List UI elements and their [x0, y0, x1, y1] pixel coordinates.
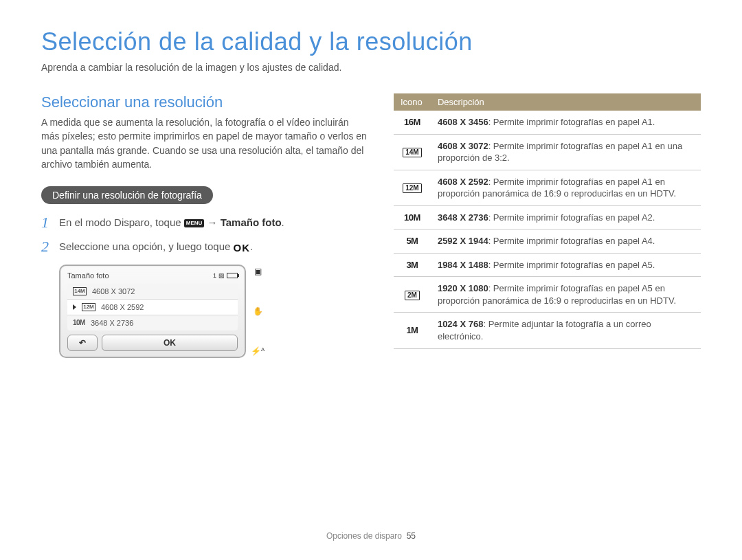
page-intro: Aprenda a cambiar la resolución de la im…	[41, 62, 701, 73]
table-row: 16M4608 X 3456: Permite imprimir fotogra…	[394, 111, 701, 134]
step2-end: .	[250, 240, 253, 252]
footer-section: Opciones de disparo	[326, 531, 402, 541]
resolution-description: : Permite imprimir fotografías en papel …	[488, 260, 655, 270]
resolution-table: Icono Descripción 16M4608 X 3456: Permit…	[394, 93, 701, 349]
resolution-description: : Permite imprimir fotografías en papel …	[488, 236, 655, 246]
table-row: 2M1920 X 1080: Permite imprimir fotograf…	[394, 277, 701, 313]
ok-icon: OK	[234, 240, 251, 255]
table-head-desc: Descripción	[431, 93, 701, 111]
resolution-dimensions: 2592 X 1944	[438, 236, 488, 246]
section-heading: Seleccionar una resolución	[41, 93, 369, 111]
resolution-icon: 14M	[73, 287, 87, 295]
step-1: En el modo Disparo, toque MENU → Tamaño …	[41, 215, 369, 229]
camera-title: Tamaño foto	[67, 271, 109, 280]
camera-option-label: 3648 X 2736	[91, 319, 133, 327]
resolution-dimensions: 4608 X 3456	[438, 117, 488, 127]
camera-count: 1	[213, 272, 216, 279]
table-head-icon: Icono	[394, 93, 431, 111]
table-desc-cell: 1024 X 768: Permite adjuntar la fotograf…	[431, 313, 701, 348]
camera-screen-mock: Tamaño foto 1 ▧ 14M 4608 X 3072	[59, 265, 265, 358]
table-row: 3M1984 X 1488: Permite imprimir fotograf…	[394, 253, 701, 277]
resolution-box-icon: 14M	[403, 148, 421, 157]
table-icon-cell: 2M	[394, 277, 431, 313]
resolution-icon: 12M	[82, 303, 95, 311]
resolution-dimensions: 4608 X 3072	[438, 141, 488, 151]
resolution-dimensions: 1984 X 1488	[438, 260, 488, 270]
resolution-text-icon: 10M	[404, 212, 420, 223]
camera-option-row[interactable]: 10M 3648 X 2736	[67, 315, 238, 331]
step1-end: .	[282, 216, 284, 228]
battery-icon	[227, 273, 238, 278]
table-icon-cell: 14M	[394, 134, 431, 170]
subsection-pill: Definir una resolución de fotografía	[41, 186, 213, 204]
camera-option-list: 14M 4608 X 3072 12M 4608 X 2592 10M 3648…	[67, 284, 238, 331]
table-icon-cell: 12M	[394, 170, 431, 205]
table-row: 10M3648 X 2736: Permite imprimir fotogra…	[394, 205, 701, 229]
camera-option-row[interactable]: 12M 4608 X 2592	[67, 300, 238, 315]
selected-caret-icon	[73, 304, 76, 310]
resolution-box-icon: 12M	[403, 183, 421, 193]
footer-page-number: 55	[407, 531, 416, 541]
resolution-dimensions: 1920 X 1080	[438, 283, 488, 293]
table-desc-cell: 4608 X 2592: Permite imprimir fotografía…	[431, 170, 701, 205]
resolution-dimensions: 3648 X 2736	[438, 212, 488, 223]
table-icon-cell: 3M	[394, 253, 431, 277]
table-desc-cell: 4608 X 3072: Permite imprimir fotografía…	[431, 134, 701, 170]
table-desc-cell: 2592 X 1944: Permite imprimir fotografía…	[431, 229, 701, 254]
step1-text-a: En el modo Disparo, toque	[59, 216, 184, 228]
menu-icon: MENU	[184, 219, 205, 227]
camera-option-label: 4608 X 3072	[92, 287, 135, 295]
table-desc-cell: 1984 X 1488: Permite imprimir fotografía…	[431, 253, 701, 277]
hand-icon: ✋	[250, 307, 265, 315]
mode-icon: ▣	[250, 267, 265, 276]
resolution-text-icon: 1M	[406, 325, 418, 335]
camera-ok-button[interactable]: OK	[102, 335, 238, 351]
table-icon-cell: 5M	[394, 229, 431, 254]
step-2: Seleccione una opción, y luego toque OK.	[41, 239, 369, 255]
table-row: 14M4608 X 3072: Permite imprimir fotogra…	[394, 134, 701, 170]
resolution-icon: 10M	[73, 319, 85, 326]
table-desc-cell: 1920 X 1080: Permite imprimir fotografía…	[431, 277, 701, 313]
resolution-dimensions: 4608 X 2592	[438, 177, 488, 187]
section-body: A medida que se aumenta la resolución, l…	[41, 115, 369, 171]
table-row: 5M2592 X 1944: Permite imprimir fotograf…	[394, 229, 701, 254]
page-footer: Opciones de disparo 55	[0, 531, 742, 541]
page-title: Selección de la calidad y la resolución	[41, 27, 701, 56]
resolution-description: : Permite imprimir fotografías en papel …	[488, 117, 655, 127]
camera-option-row[interactable]: 14M 4608 X 3072	[67, 284, 238, 300]
flash-icon: ⚡ᴬ	[250, 347, 265, 355]
step2-text-a: Seleccione una opción, y luego toque	[59, 240, 234, 252]
resolution-box-icon: 2M	[405, 291, 420, 300]
camera-option-label: 4608 X 2592	[101, 303, 144, 311]
resolution-text-icon: 3M	[406, 260, 418, 270]
resolution-text-icon: 16M	[404, 117, 420, 127]
table-row: 12M4608 X 2592: Permite imprimir fotogra…	[394, 170, 701, 205]
table-icon-cell: 16M	[394, 111, 431, 134]
table-icon-cell: 1M	[394, 313, 431, 348]
table-desc-cell: 3648 X 2736: Permite imprimir fotografía…	[431, 205, 701, 229]
resolution-text-icon: 5M	[406, 236, 418, 246]
table-icon-cell: 10M	[394, 205, 431, 229]
step1-bold: Tamaño foto	[221, 216, 282, 228]
table-desc-cell: 4608 X 3456: Permite imprimir fotografía…	[431, 111, 701, 134]
sd-card-icon: ▧	[218, 272, 225, 279]
resolution-dimensions: 1024 X 768	[438, 319, 484, 329]
resolution-description: : Permite imprimir fotografías en papel …	[488, 212, 655, 223]
step1-arrow: →	[207, 216, 221, 228]
table-row: 1M1024 X 768: Permite adjuntar la fotogr…	[394, 313, 701, 348]
camera-back-button[interactable]: ↶	[67, 335, 98, 351]
